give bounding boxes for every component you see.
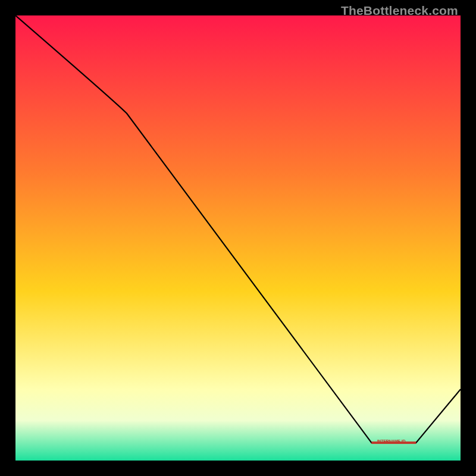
gradient-bg: [15, 15, 461, 461]
chart-svg: [15, 15, 461, 461]
marker-label: INTERNAME-ID: [377, 439, 405, 443]
chart-frame: INTERNAME-ID: [15, 15, 461, 461]
watermark-text: TheBottleneck.com: [341, 4, 458, 18]
